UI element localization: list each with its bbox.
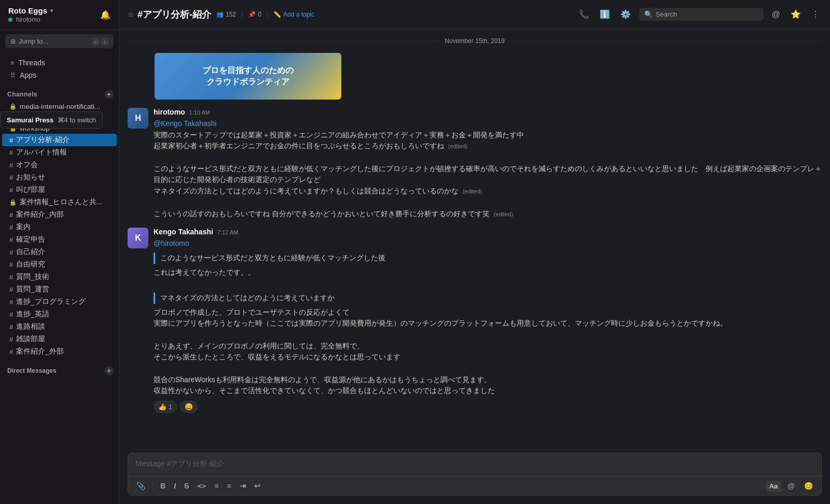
search-input[interactable] <box>656 10 758 18</box>
indent-button[interactable]: ⇥ <box>237 480 249 492</box>
channel-item-app-analysis[interactable]: # アプリ分析-紹介 <box>2 134 117 146</box>
italic-button[interactable]: I <box>171 480 179 492</box>
more-icon[interactable]: ⋮ <box>809 7 822 21</box>
lock-icon: 🔒 <box>9 199 17 206</box>
ordered-list-button[interactable]: ≡ <box>211 480 222 492</box>
channel-item-case-intro[interactable]: # 案件紹介_内部 <box>2 208 117 221</box>
at-icon[interactable]: @ <box>770 8 782 21</box>
emoji-button[interactable]: 😊 <box>801 480 816 492</box>
channel-item-free-study[interactable]: # 自由研究 <box>2 258 117 271</box>
edited-tag-3: (edited) <box>494 211 513 217</box>
channels-label: Channels <box>7 91 37 98</box>
message-toolbar: 📎 B I S <> ≡ ≡ ⇥ ↩ Aa @ 😊 <box>128 476 821 495</box>
dm-section-label: Direct Messages <box>7 367 57 374</box>
channel-item-part-time[interactable]: # アルバイト情報 <box>2 146 117 159</box>
notification-bell-icon[interactable]: 🔔 <box>100 10 110 20</box>
strikethrough-button[interactable]: S <box>181 480 192 492</box>
threads-label: Threads <box>19 59 45 67</box>
channel-item-eng[interactable]: # 進捗_英語 <box>2 308 117 320</box>
divider: | <box>241 11 243 18</box>
hash-icon: # <box>9 323 13 331</box>
members-icon: 👥 <box>216 11 224 18</box>
message-text-1: @Kengo Takahashi 実際のスタートアップでは起業家＋投資家＋エンジ… <box>154 118 822 219</box>
hash-icon: # <box>9 261 13 269</box>
channel-meta: 👥 152 | 📌 0 | ✏️ Add a topic <box>216 11 314 18</box>
date-divider-text: November 15th, 2019 <box>445 37 504 45</box>
add-channel-button[interactable]: + <box>104 90 114 99</box>
forward-icon[interactable]: › <box>101 38 108 45</box>
search-box[interactable]: 🔍 <box>639 8 764 21</box>
channel-item-guide[interactable]: # 案内 <box>2 221 117 233</box>
add-topic-link[interactable]: ✏️ Add a topic <box>273 11 314 18</box>
bookmark-icon[interactable]: ⭐ <box>789 7 803 21</box>
search-icon: 🔍 <box>644 10 653 18</box>
jump-to-label: Jump to... <box>19 37 48 45</box>
hash-icon: # <box>9 298 13 306</box>
star-icon[interactable]: ☆ <box>128 10 134 19</box>
channel-item-career[interactable]: # 進路相談 <box>2 320 117 333</box>
message-input-area: Message #アプリ分析-紹介 📎 B I S <> ≡ ≡ ⇥ ↩ Aa … <box>119 453 830 504</box>
channel-name: 進捗_プログラミング <box>16 297 86 306</box>
message-content-2: Kengo Takahashi 7:12 AM @hirotomo このようなサ… <box>154 228 822 413</box>
channel-item-offline[interactable]: # オフ会 <box>2 159 117 171</box>
channel-name: 自己紹介 <box>16 247 45 257</box>
workspace-name-text: Roto Eggs <box>8 6 47 15</box>
channel-item-q-ops[interactable]: # 質問_運営 <box>2 283 117 296</box>
channel-item-chat[interactable]: # 雑談部屋 <box>2 333 117 345</box>
channel-item-notice[interactable]: # お知らせ <box>2 171 117 184</box>
mention-1[interactable]: @Kengo Takahashi <box>154 119 216 128</box>
hash-icon: # <box>9 248 13 256</box>
avatar-hirotomo: H <box>128 108 148 129</box>
hash-icon: # <box>9 348 13 356</box>
settings-icon[interactable]: ⚙️ <box>618 7 633 21</box>
hash-icon: # <box>9 223 13 231</box>
message-text-2: @hirotomo このようなサービス形式だと双方ともに経験が低くマッチングした… <box>154 238 822 397</box>
add-topic-label: Add a topic <box>283 11 314 18</box>
unordered-list-button[interactable]: ≡ <box>224 480 234 492</box>
code-button[interactable]: <> <box>194 480 209 492</box>
message-author-1: hirotomo <box>154 108 185 116</box>
divider2: | <box>267 11 268 18</box>
channel-title: #アプリ分析-紹介 <box>137 8 211 21</box>
channel-item-self-intro[interactable]: # 自己紹介 <box>2 246 117 258</box>
jump-to-button[interactable]: ⊞ Jump to... ‹ › <box>5 34 114 48</box>
message-time-1: 1:10 AM <box>189 109 210 116</box>
channel-item-tax[interactable]: # 確定申告 <box>2 233 117 246</box>
phone-icon[interactable]: 📞 <box>577 7 591 21</box>
reaction-smile[interactable]: 😄 <box>180 401 198 413</box>
reaction-thumbsup[interactable]: 👍 1 <box>154 401 177 413</box>
back-icon[interactable]: ‹ <box>92 38 100 45</box>
channel-name: アプリ分析-紹介 <box>16 135 70 145</box>
apps-label: Apps <box>20 71 36 79</box>
channel-item-q-tech[interactable]: # 質問_技術 <box>2 271 117 283</box>
channel-item-shout[interactable]: # 叫び部屋 <box>2 184 117 196</box>
channel-name: 自由研究 <box>16 260 45 269</box>
channel-item-case-ext[interactable]: # 案件紹介_外部 <box>2 345 117 358</box>
sidebar-item-threads[interactable]: ≡ Threads <box>2 57 117 69</box>
sidebar-item-apps[interactable]: ⠿ Apps <box>2 69 117 81</box>
tooltip-app-name: Samurai Press <box>7 116 53 124</box>
blockquote-2: マネタイズの方法としてはどのように考えていますか <box>154 292 822 304</box>
channel-name: media-internal-nortificati... <box>20 103 100 110</box>
dm-section: Direct Messages + <box>0 358 119 382</box>
reaction-count: 1 <box>169 403 172 411</box>
info-icon[interactable]: ℹ️ <box>598 7 612 21</box>
at-mention-button[interactable]: @ <box>784 480 798 492</box>
channel-name: アルバイト情報 <box>16 148 67 157</box>
workspace-name[interactable]: Roto Eggs ▾ <box>8 6 53 15</box>
undo-button[interactable]: ↩ <box>251 480 264 492</box>
add-dm-button[interactable]: + <box>104 366 114 375</box>
channel-item-case-info[interactable]: 🔒 案件情報_ヒロさんと共... <box>2 196 117 208</box>
date-divider: November 15th, 2019 <box>128 37 822 45</box>
hash-icon: # <box>9 161 13 169</box>
channel-item-media-internal[interactable]: 🔒 media-internal-nortificati... <box>2 101 117 112</box>
pin-count-value: 0 <box>258 11 261 18</box>
image-preview: プロを目指す人のためのクラウドボランティア <box>155 53 822 100</box>
bold-button[interactable]: B <box>157 480 169 492</box>
message-input-field[interactable]: Message #アプリ分析-紹介 <box>128 453 821 476</box>
attach-icon[interactable]: 📎 <box>133 480 148 492</box>
channel-item-prog[interactable]: # 進捗_プログラミング <box>2 296 117 308</box>
mention-2[interactable]: @hirotomo <box>154 239 189 247</box>
text-format-button[interactable]: Aa <box>766 481 782 492</box>
search-icon: ⊞ <box>10 38 16 45</box>
